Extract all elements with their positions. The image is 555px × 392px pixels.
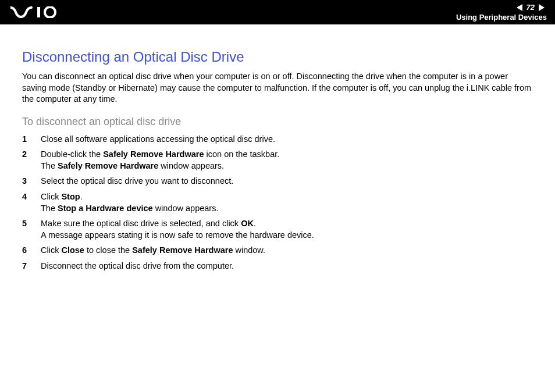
step-bold: Safely Remove Hardware bbox=[132, 245, 233, 255]
step-item: Disconnect the optical disc drive from t… bbox=[22, 261, 533, 272]
step-bold: Safely Remove Hardware bbox=[58, 161, 158, 170]
step-text: to close the bbox=[84, 245, 132, 255]
header-bar: 72 Using Peripheral Devices bbox=[0, 0, 555, 24]
step-text: Make sure the optical disc drive is sele… bbox=[41, 219, 241, 228]
step-text: Close all software applications accessin… bbox=[41, 134, 275, 144]
step-text: icon on the taskbar. bbox=[204, 149, 279, 159]
step-bold: OK bbox=[241, 219, 254, 228]
step-text: . bbox=[254, 219, 256, 228]
svg-point-1 bbox=[45, 7, 55, 17]
step-text: Select the optical disc drive you want t… bbox=[41, 176, 233, 186]
step-text: window. bbox=[233, 245, 265, 255]
step-text: Click bbox=[41, 245, 61, 255]
step-bold: Close bbox=[61, 245, 84, 255]
intro-paragraph: You can disconnect an optical disc drive… bbox=[22, 71, 533, 105]
step-text: Click bbox=[41, 192, 61, 201]
page-nav: 72 bbox=[514, 3, 547, 12]
step-text: Double-click the bbox=[41, 149, 103, 159]
step-text: The bbox=[41, 161, 58, 170]
step-text: A message appears stating it is now safe… bbox=[41, 230, 533, 241]
step-text: . bbox=[80, 192, 83, 201]
vaio-logo bbox=[10, 6, 66, 18]
step-item: Click Stop. The Stop a Hardware device w… bbox=[22, 191, 533, 214]
subheading: To disconnect an optical disc drive bbox=[22, 116, 533, 128]
step-text: The bbox=[41, 204, 58, 213]
page-title: Disconnecting an Optical Disc Drive bbox=[22, 49, 533, 65]
step-text: Disconnect the optical disc drive from t… bbox=[41, 261, 234, 270]
page-content: Disconnecting an Optical Disc Drive You … bbox=[0, 24, 555, 272]
step-bold: Safely Remove Hardware bbox=[103, 149, 204, 159]
step-bold: Stop bbox=[61, 192, 80, 201]
svg-rect-0 bbox=[37, 7, 40, 17]
step-bold: Stop a Hardware device bbox=[58, 204, 153, 213]
step-text: window appears. bbox=[153, 204, 219, 213]
page-next-icon[interactable] bbox=[539, 4, 545, 11]
section-label: Using Peripheral Devices bbox=[456, 13, 547, 22]
step-item: Close all software applications accessin… bbox=[22, 134, 533, 145]
step-item: Double-click the Safely Remove Hardware … bbox=[22, 149, 533, 172]
header-right: 72 Using Peripheral Devices bbox=[456, 3, 547, 22]
step-item: Click Close to close the Safely Remove H… bbox=[22, 245, 533, 256]
step-item: Select the optical disc drive you want t… bbox=[22, 176, 533, 187]
page-prev-icon[interactable] bbox=[517, 4, 522, 11]
steps-list: Close all software applications accessin… bbox=[22, 134, 533, 272]
page-number: 72 bbox=[525, 3, 536, 12]
step-item: Make sure the optical disc drive is sele… bbox=[22, 218, 533, 241]
step-text: window appears. bbox=[158, 161, 224, 170]
